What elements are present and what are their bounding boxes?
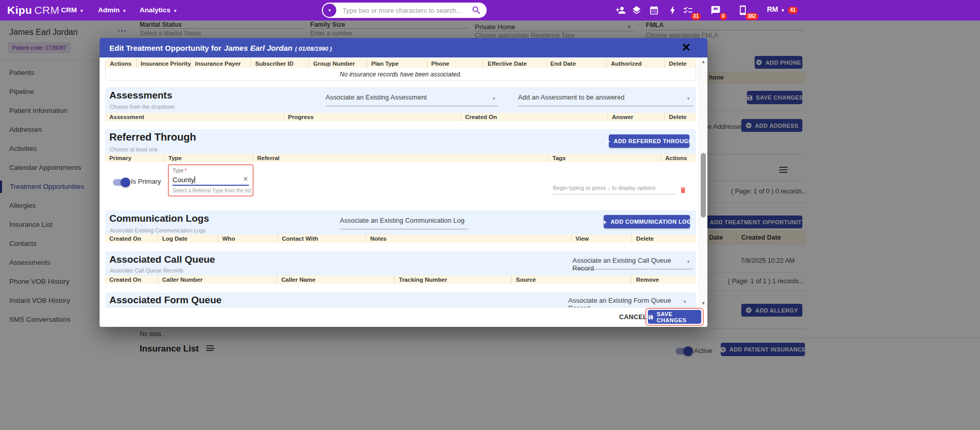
save-changes-highlight: SAVE CHANGES <box>645 308 704 326</box>
chevron-down-icon: ▾ <box>329 8 331 13</box>
scrollbar-thumb[interactable] <box>701 153 706 218</box>
column-header: Insurance Payer <box>190 59 251 68</box>
column-header: Insurance Priority <box>136 59 190 68</box>
chevron-down-icon: ▼ <box>683 300 687 304</box>
chevron-down-icon: ▼ <box>492 96 496 101</box>
section-subtitle: Associate Call Queue Records <box>110 267 183 273</box>
search-icon[interactable] <box>471 5 482 15</box>
menu-admin[interactable]: Admin▾ <box>98 0 126 21</box>
layers-icon[interactable] <box>631 5 642 15</box>
required-asterisk: * <box>185 168 187 173</box>
column-header: Who <box>218 234 277 243</box>
column-header: Answer <box>607 113 664 121</box>
referred-through-section: Referred Through Choose at least one +AD… <box>105 129 696 203</box>
modal-scrollbar[interactable]: ▲ ▼ <box>699 57 707 307</box>
column-header: Source <box>511 276 631 284</box>
column-header: Caller Name <box>277 276 394 284</box>
plus-icon: + <box>605 137 610 146</box>
app-window: KipuCRM CRM▾ Admin▾ Analytics▾ ▾ 31 0 38… <box>0 0 980 430</box>
column-header: Created On <box>105 276 158 284</box>
top-navbar: KipuCRM CRM▾ Admin▾ Analytics▾ ▾ 31 0 38… <box>0 0 980 21</box>
type-input[interactable]: County <box>172 176 195 184</box>
assessments-table-header: Assessment Progress Created On Answer De… <box>105 113 696 121</box>
column-header: Type <box>164 154 253 162</box>
search-input[interactable] <box>336 7 471 14</box>
column-header: Group Number <box>309 59 367 68</box>
search-scope-dropdown[interactable]: ▾ <box>323 4 336 17</box>
section-subtitle: Choose at least one <box>110 146 158 152</box>
column-header: Primary <box>105 154 164 162</box>
add-contact-icon[interactable] <box>616 5 626 15</box>
column-header: Delete <box>664 59 696 68</box>
brand-light: CRM <box>34 4 60 16</box>
edit-treatment-opportunity-modal: Edit Treatment Opportunity forJames Earl… <box>100 38 707 327</box>
section-title: Communication Logs <box>109 213 209 224</box>
tags-input[interactable]: Begin typing or press ↓ to display optio… <box>553 185 676 194</box>
menu-analytics[interactable]: Analytics▾ <box>140 0 177 21</box>
column-header: Contact With <box>277 234 366 243</box>
close-icon[interactable]: ✕ <box>682 42 691 54</box>
associate-communication-log-dropdown[interactable]: Associate an Existing Communication Log▼ <box>340 217 468 229</box>
column-header: Delete <box>664 113 696 121</box>
user-initials: RM <box>767 5 778 13</box>
chevron-down-icon: ▼ <box>462 220 466 224</box>
device-badge: 382 <box>745 13 758 20</box>
column-header: Authorized <box>606 59 664 68</box>
scroll-up-icon[interactable]: ▲ <box>699 59 707 64</box>
modal-title: Edit Treatment Opportunity forJames Earl… <box>109 44 332 52</box>
add-assessment-dropdown[interactable]: Add an Assessment to be answered▼ <box>518 93 693 106</box>
menu-crm[interactable]: CRM▾ <box>61 0 83 21</box>
modal-header: Edit Treatment Opportunity forJames Earl… <box>100 38 707 57</box>
modal-footer: CANCEL SAVE CHANGES <box>100 307 707 327</box>
form-queue-section: Associated Form Queue Associate an Exist… <box>105 292 696 308</box>
brand-logo[interactable]: KipuCRM <box>7 4 60 16</box>
add-referred-through-button[interactable]: +ADD REFERRED THROUGH <box>609 134 689 148</box>
tasks-badge: 31 <box>691 13 701 20</box>
column-header: Subscriber ID <box>251 59 309 68</box>
section-subtitle: Choose from the dropdown <box>110 104 175 110</box>
column-header: Notes <box>366 234 571 243</box>
bolt-icon[interactable] <box>667 5 678 15</box>
user-badge: 41 <box>788 7 798 14</box>
save-changes-button[interactable]: SAVE CHANGES <box>648 310 701 324</box>
column-header: Caller Number <box>158 276 277 284</box>
column-header: Actions <box>106 59 136 68</box>
calendar-icon[interactable] <box>649 5 659 15</box>
insurance-table: Actions Insurance Priority Insurance Pay… <box>105 58 696 81</box>
add-communication-log-button[interactable]: +ADD COMMUNICATION LOG <box>604 215 690 228</box>
is-primary-toggle[interactable] <box>113 179 129 186</box>
column-header: Delete <box>631 234 696 243</box>
column-header: Actions <box>661 154 696 162</box>
associate-call-queue-dropdown[interactable]: Associate an Existing Call Queue Record▼ <box>572 257 693 269</box>
chevron-down-icon: ▾ <box>174 8 177 13</box>
user-menu[interactable]: RM▾ <box>767 5 784 13</box>
assessments-section: Assessments Choose from the dropdown Ass… <box>105 87 696 121</box>
column-header: Assessment <box>105 113 283 121</box>
chevron-down-icon: ▾ <box>782 8 784 13</box>
column-header: Remove <box>631 276 696 284</box>
empty-state-text: No insurance records have been associate… <box>106 68 696 81</box>
associate-existing-assessment-dropdown[interactable]: Associate an Existing Assessment▼ <box>325 93 498 106</box>
global-search: ▾ <box>322 3 487 18</box>
cancel-button[interactable]: CANCEL <box>619 314 647 321</box>
call-queue-section: Associated Call Queue Associate Call Que… <box>105 251 696 284</box>
column-header: Progress <box>283 113 460 121</box>
plus-icon: + <box>602 218 607 226</box>
call-queue-table-header: Created On Caller Number Caller Name Tra… <box>105 276 696 284</box>
clear-icon[interactable]: × <box>243 175 248 183</box>
type-field-helper: Select a Referral Type from the list. <box>172 188 249 193</box>
section-title: Associated Call Queue <box>109 254 215 265</box>
chat-icon[interactable] <box>710 5 721 15</box>
section-title: Associated Form Queue <box>109 295 222 306</box>
text-cursor <box>195 176 196 183</box>
brand-bold: Kipu <box>7 4 32 16</box>
modal-title-patient-name: James Earl Jordan <box>224 44 292 52</box>
section-title: Referred Through <box>109 131 196 143</box>
scroll-down-icon[interactable]: ▼ <box>699 301 707 306</box>
input-underline <box>172 185 249 186</box>
column-header: Created On <box>105 234 158 243</box>
modal-title-dob: ( 01/08/1990 ) <box>295 46 332 52</box>
column-header: Plan Type <box>367 59 427 68</box>
type-field-label: Type* <box>172 168 249 173</box>
delete-row-icon[interactable] <box>679 186 687 194</box>
